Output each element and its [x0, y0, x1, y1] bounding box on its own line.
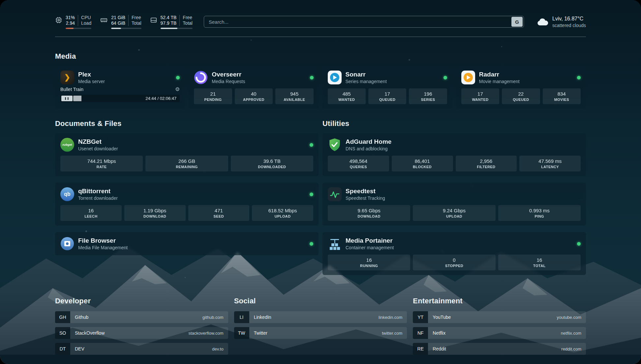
section-documents: Documents & Files nzbget NZBGet Usenet d…	[55, 119, 319, 255]
bookmark-abbr: GH	[55, 311, 70, 323]
stat-label: UPLOAD	[446, 214, 462, 218]
bookmark-abbr: RE	[413, 343, 428, 355]
app-title: Media Portainer	[346, 237, 394, 244]
disk-label-2: Total	[183, 20, 193, 26]
section-title-social: Social	[234, 297, 407, 305]
bookmark-netflix[interactable]: NF Netflix netflix.com	[413, 327, 586, 339]
section-utilities: Utilities	[322, 119, 586, 275]
app-subtitle: Media server	[78, 79, 105, 84]
stat-label: WANTED	[338, 98, 355, 102]
adguard-stat-latency: 47.569 ms LATENCY	[519, 156, 581, 171]
app-title: qBittorrent	[78, 188, 118, 195]
memory-total-value: 64 GiB	[111, 20, 125, 26]
stat-label: LATENCY	[541, 165, 559, 169]
pause-button[interactable]: ❚❚	[61, 96, 73, 101]
bookmark-youtube[interactable]: YT YouTube youtube.com	[413, 311, 586, 323]
search-provider-button[interactable]: G	[511, 17, 523, 27]
adguard-icon	[328, 138, 342, 152]
stat-value: 47.569 ms	[538, 158, 562, 164]
app-subtitle: Movie management	[479, 79, 520, 84]
stat-label: WANTED	[472, 98, 488, 102]
plex-icon: ❯	[60, 71, 74, 84]
app-card-adguard[interactable]: AdGuard Home DNS and adblocking 498,564 …	[322, 133, 586, 176]
bookmark-stackoverflow[interactable]: SO StackOverflow stackoverflow.com	[55, 327, 228, 339]
memory-icon	[100, 16, 108, 24]
stat-value: 945	[290, 91, 298, 97]
bookmark-abbr: TW	[234, 327, 249, 339]
playback-progress[interactable]	[73, 96, 142, 101]
bookmark-url: stackoverflow.com	[188, 331, 223, 336]
app-subtitle: Media File Management	[78, 245, 128, 251]
qbittorrent-stat-seed: 471 SEED	[188, 205, 250, 221]
stat-label: RUNNING	[360, 264, 378, 268]
app-card-overseerr[interactable]: Overseerr Media Requests 21 PENDING 40 A…	[189, 66, 319, 109]
stat-label: PING	[535, 214, 544, 218]
stat-value: 86,401	[415, 158, 430, 164]
bookmark-linkedin[interactable]: LI LinkedIn linkedin.com	[234, 311, 407, 323]
app-title: AdGuard Home	[346, 138, 391, 145]
app-card-filebrowser[interactable]: File Browser Media File Management	[55, 232, 319, 255]
app-card-qbittorrent[interactable]: qb qBittorrent Torrent downloader 16 LEE…	[55, 183, 319, 226]
bookmark-url: youtube.com	[557, 315, 581, 320]
stat-label: RATE	[97, 165, 107, 169]
stat-value: 16	[366, 257, 372, 263]
stat-value: 744.21 Mbps	[87, 158, 116, 164]
bookmark-url: netflix.com	[561, 331, 581, 336]
app-card-speedtest[interactable]: Speedtest Speedtest Tracking 9.65 Gbps D…	[322, 183, 586, 226]
cpu-widget: 31% 2.94 CPU Load	[55, 15, 91, 29]
app-subtitle: Torrent downloader	[78, 196, 118, 201]
dashboard-content: 31% 2.94 CPU Load	[0, 0, 641, 364]
app-title: Sonarr	[346, 71, 387, 78]
gear-icon[interactable]: ⚙	[175, 87, 180, 92]
section-title-media: Media	[55, 52, 586, 61]
section-title-documents: Documents & Files	[55, 119, 319, 128]
app-card-portainer[interactable]: Media Portainer Container management 16 …	[322, 232, 586, 275]
disk-widget: 52.4 TB 97.9 TB Free Total	[150, 15, 193, 29]
bookmark-github[interactable]: GH Github github.com	[55, 311, 228, 323]
bookmark-dev[interactable]: DT DEV dev.to	[55, 343, 228, 355]
memory-label-1: Free	[132, 15, 141, 20]
stat-value: 196	[424, 91, 432, 97]
bookmark-name: StackOverflow	[75, 330, 105, 336]
overseerr-stat-approved: 40 APPROVED	[235, 88, 273, 104]
bookmark-url: twitter.com	[382, 331, 402, 336]
app-subtitle: Speedtest Tracking	[346, 196, 385, 201]
stat-value: 1.19 Gbps	[143, 208, 166, 213]
weather-condition: scattered clouds	[552, 22, 586, 28]
stat-label: DOWNLOAD	[358, 214, 381, 218]
bookmark-reddit[interactable]: RE Reddit reddit.com	[413, 343, 586, 355]
app-card-plex[interactable]: ❯ Plex Media server Bullet Train ⚙ ❚❚	[55, 66, 185, 109]
snow-specks	[0, 0, 1, 1]
status-dot	[310, 143, 313, 147]
weather-location: Lviv, 16.87°C	[552, 15, 586, 22]
playback-time: 24:44 / 02:06:47	[145, 96, 176, 101]
sonarr-icon	[328, 71, 342, 84]
app-title: File Browser	[78, 237, 128, 244]
search-input[interactable]	[204, 19, 511, 25]
app-card-radarr[interactable]: Radarr Movie management 17 WANTED 22 QUE…	[456, 66, 586, 109]
bookmarks-entertainment: Entertainment YT YouTube youtube.com NF …	[413, 297, 586, 355]
nzbget-stat-remaining: 266 GB REMAINING	[145, 156, 228, 171]
weather-widget[interactable]: Lviv, 16.87°C scattered clouds	[536, 15, 586, 28]
app-subtitle: DNS and adblocking	[346, 146, 391, 152]
bookmark-abbr: DT	[55, 343, 70, 355]
stat-value: 21	[210, 91, 216, 97]
status-dot	[577, 76, 581, 79]
app-card-sonarr[interactable]: Sonarr Series management 485 WANTED 17 Q…	[322, 66, 452, 109]
bookmark-twitter[interactable]: TW Twitter twitter.com	[234, 327, 407, 339]
stat-value: 9.24 Gbps	[443, 208, 466, 213]
plex-player-bar: ❚❚ 24:44 / 02:06:47	[60, 95, 180, 102]
stat-label: FILTERED	[477, 165, 495, 169]
stat-value: 39.6 TB	[263, 158, 281, 164]
speedtest-stat-upload: 9.24 Gbps UPLOAD	[413, 205, 495, 221]
radarr-icon	[461, 71, 475, 84]
bookmarks-social: Social LI LinkedIn linkedin.com TW Twitt…	[234, 297, 407, 355]
bookmark-abbr: NF	[413, 327, 428, 339]
radarr-stat-wanted: 17 WANTED	[461, 88, 499, 104]
qbittorrent-stat-download: 1.19 Gbps DOWNLOAD	[124, 205, 186, 221]
cpu-icon	[55, 16, 62, 24]
bookmark-abbr: SO	[55, 327, 70, 339]
stat-value: 266 GB	[178, 158, 195, 164]
cloud-icon	[536, 17, 548, 26]
app-card-nzbget[interactable]: nzbget NZBGet Usenet downloader 744.21 M…	[55, 133, 319, 176]
